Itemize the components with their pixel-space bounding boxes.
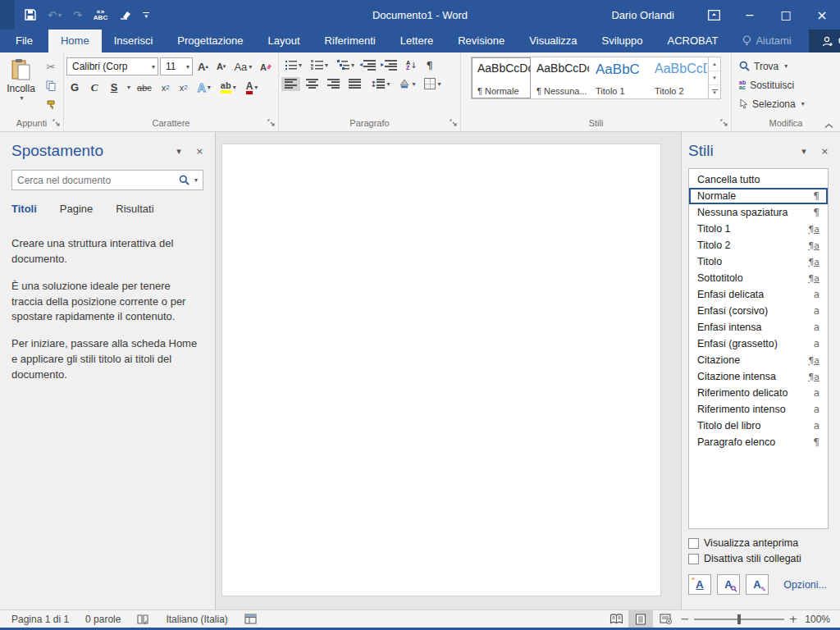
translate-icon[interactable]: «»ABC: [94, 9, 107, 21]
underline-dropdown-icon[interactable]: ▾: [127, 84, 130, 91]
tab-home[interactable]: Home: [48, 30, 102, 52]
save-icon[interactable]: [25, 9, 36, 21]
style-inspector-button[interactable]: A: [717, 574, 740, 595]
language-status[interactable]: Italiano (Italia): [161, 614, 232, 625]
tab-visualizza[interactable]: Visualizza: [517, 30, 589, 52]
gallery-expand-icon[interactable]: ▾: [709, 85, 720, 98]
ribbon-display-options-icon[interactable]: [696, 0, 732, 30]
style-item-titolo-2[interactable]: Titolo 2¶a: [689, 237, 828, 253]
nav-tab-risultati[interactable]: Risultati: [116, 203, 165, 220]
style-item-titolo-1[interactable]: Titolo 1¶a: [689, 221, 828, 237]
eraser-icon[interactable]: [119, 10, 131, 20]
borders-icon[interactable]: ▾: [421, 76, 444, 91]
tab-layout[interactable]: Layout: [256, 30, 313, 52]
underline-button[interactable]: S: [106, 79, 122, 96]
checkbox-icon[interactable]: [688, 538, 699, 549]
condividi-button[interactable]: Condividi: [809, 30, 840, 52]
style-item-titolo[interactable]: Titolo¶a: [689, 253, 828, 270]
style-item-riferimento-delicato[interactable]: Riferimento delicatoa: [689, 385, 828, 401]
shading-icon[interactable]: ▾: [395, 77, 418, 91]
superscript-button[interactable]: x2: [176, 81, 191, 94]
zoom-out-button[interactable]: −: [678, 613, 692, 625]
nav-tab-titoli[interactable]: Titoli: [11, 203, 48, 220]
tab-sviluppo[interactable]: Sviluppo: [590, 30, 655, 52]
tab-file[interactable]: File: [0, 30, 48, 52]
increase-indent-icon[interactable]: ▸: [381, 58, 400, 72]
appunti-dialog-launcher-icon[interactable]: [52, 119, 60, 126]
styles-pane-menu-icon[interactable]: ▾: [801, 146, 806, 157]
decrease-indent-icon[interactable]: ◂: [360, 58, 379, 72]
paste-button[interactable]: Incolla ▾: [2, 55, 39, 102]
style-item-nessuna-spaziatura[interactable]: Nessuna spaziatura¶: [689, 204, 828, 221]
font-color-icon[interactable]: A▾: [243, 80, 262, 96]
style-tile-nessuna-spaziatura[interactable]: AaBbCcDc ¶ Nessuna...: [531, 57, 590, 98]
page-count[interactable]: Pagina 1 di 1: [7, 614, 74, 625]
align-center-button[interactable]: [303, 77, 322, 91]
read-mode-button[interactable]: [604, 610, 628, 628]
macro-record-icon[interactable]: [240, 614, 262, 624]
shrink-font-icon[interactable]: A▾: [213, 60, 229, 73]
paragrafo-dialog-launcher-icon[interactable]: [450, 119, 457, 126]
multilevel-list-icon[interactable]: ▾: [334, 58, 358, 72]
copy-icon[interactable]: [41, 77, 61, 94]
tab-progettazione[interactable]: Progettazione: [165, 30, 255, 52]
bullets-icon[interactable]: ▾: [281, 58, 305, 72]
line-spacing-icon[interactable]: ↕▾: [367, 77, 393, 91]
justify-button[interactable]: [345, 77, 364, 91]
proofing-status-icon[interactable]: [132, 614, 154, 625]
zoom-slider[interactable]: [694, 610, 784, 628]
style-item-enfasi-intensa[interactable]: Enfasi intensaa: [689, 319, 828, 336]
clear-formatting-icon[interactable]: A: [257, 60, 276, 74]
show-preview-checkbox[interactable]: Visualizza anteprima: [688, 537, 829, 549]
style-item-enfasi-corsivo[interactable]: Enfasi (corsivo)a: [689, 303, 828, 319]
font-name-combo[interactable]: Calibri (Corp▾: [66, 57, 158, 75]
styles-pane-close-icon[interactable]: ×: [821, 146, 829, 157]
numbering-icon[interactable]: ▾: [308, 58, 331, 72]
customize-qat-icon[interactable]: ▾: [143, 12, 149, 18]
select-button[interactable]: Seleziona▾: [739, 95, 805, 112]
cut-icon[interactable]: ✂: [41, 58, 61, 75]
tab-lettere[interactable]: Lettere: [388, 30, 445, 52]
subscript-button[interactable]: x2: [158, 81, 173, 94]
gallery-scroll-up-icon[interactable]: ▴: [709, 57, 720, 71]
show-paragraph-marks-icon[interactable]: ¶: [423, 57, 436, 73]
style-item-paragrafo-elenco[interactable]: Paragrafo elenco¶: [689, 434, 828, 450]
change-case-icon[interactable]: Aa▾: [231, 59, 255, 75]
search-input[interactable]: [12, 175, 174, 186]
undo-icon[interactable]: ↶▾: [48, 9, 62, 21]
align-right-button[interactable]: [324, 77, 343, 91]
tab-riferimenti[interactable]: Riferimenti: [313, 30, 388, 52]
stili-dialog-launcher-icon[interactable]: [720, 119, 728, 126]
bold-button[interactable]: G: [66, 79, 83, 96]
style-item-riferimento-intenso[interactable]: Riferimento intensoa: [689, 401, 828, 418]
style-item-sottotitolo[interactable]: Sottotitolo¶a: [689, 270, 828, 286]
maximize-button[interactable]: □: [768, 0, 804, 30]
minimize-button[interactable]: −: [732, 0, 768, 30]
tab-aiutami[interactable]: Aiutami: [730, 30, 803, 52]
tab-acrobat[interactable]: ACROBAT: [655, 30, 730, 52]
font-size-combo[interactable]: 11▾: [160, 57, 193, 75]
style-tile-normale[interactable]: AaBbCcDc ¶ Normale: [472, 57, 531, 98]
web-layout-button[interactable]: [653, 610, 678, 628]
nav-tab-pagine[interactable]: Pagine: [60, 203, 104, 220]
navigation-pane-menu-icon[interactable]: ▾: [176, 146, 181, 157]
zoom-in-button[interactable]: +: [786, 613, 801, 625]
search-options-icon[interactable]: ▾: [194, 176, 198, 184]
style-item-citazione[interactable]: Citazione¶a: [689, 352, 828, 368]
close-button[interactable]: ×: [804, 0, 840, 30]
gallery-scroll-down-icon[interactable]: ▾: [709, 71, 720, 85]
styles-options-link[interactable]: Opzioni...: [783, 579, 829, 591]
style-item-enfasi-grassetto[interactable]: Enfasi (grassetto)a: [689, 336, 828, 352]
style-item-enfasi-delicata[interactable]: Enfasi delicataa: [689, 286, 828, 303]
collapse-ribbon-icon[interactable]: [824, 123, 833, 129]
document-search-box[interactable]: ▾: [11, 170, 203, 190]
document-page[interactable]: [221, 144, 661, 596]
style-item-titolo-del-libro[interactable]: Titolo del libroa: [689, 418, 828, 434]
highlight-color-icon[interactable]: ab▾: [217, 80, 240, 95]
navigation-pane-close-icon[interactable]: ×: [196, 146, 203, 157]
zoom-percentage[interactable]: 100%: [801, 614, 833, 625]
grow-font-icon[interactable]: A▴: [194, 59, 212, 75]
replace-button[interactable]: abac Sostituisci: [739, 76, 805, 94]
style-item-normale[interactable]: Normale¶: [689, 188, 828, 204]
disable-linked-styles-checkbox[interactable]: Disattiva stili collegati: [688, 553, 829, 564]
